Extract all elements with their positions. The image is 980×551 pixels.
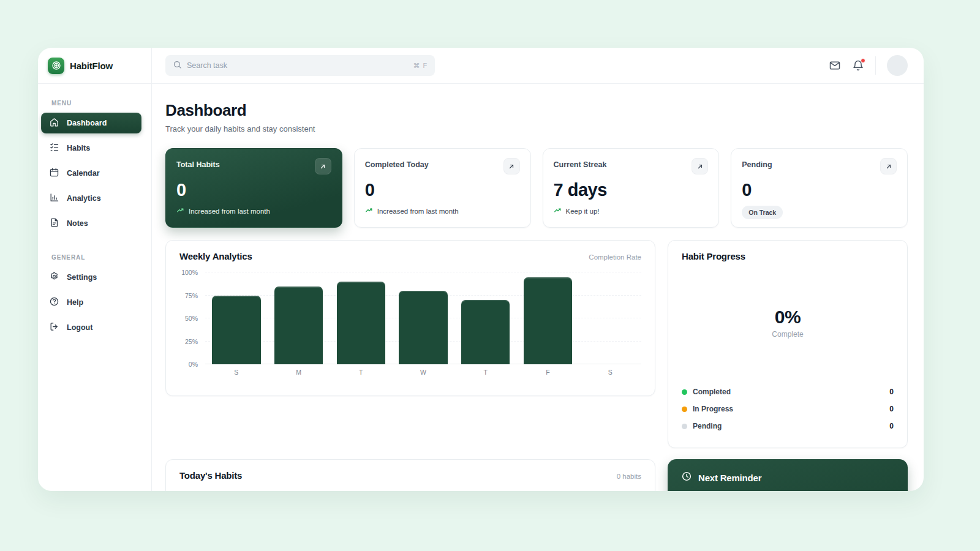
chart-title: Weekly Analytics bbox=[179, 251, 252, 261]
chart-plot bbox=[205, 272, 641, 364]
stat-label: Total Habits bbox=[176, 158, 220, 169]
bar bbox=[274, 287, 323, 365]
legend-row-pending: Pending 0 bbox=[682, 418, 894, 435]
notification-dot bbox=[861, 58, 865, 63]
x-tick-label: M bbox=[268, 369, 330, 376]
bar bbox=[524, 277, 572, 365]
legend-label: Completed bbox=[693, 388, 731, 396]
calendar-icon bbox=[49, 167, 59, 179]
bar bbox=[399, 291, 447, 364]
expand-arrow-icon[interactable] bbox=[315, 158, 331, 174]
legend-label: Pending bbox=[693, 422, 722, 430]
stat-value: 0 bbox=[176, 180, 331, 200]
avatar[interactable] bbox=[887, 55, 908, 76]
bar-M-1 bbox=[268, 272, 330, 364]
search-box[interactable]: ⌘ F bbox=[165, 55, 435, 76]
chart-legend-label: Completion Rate bbox=[589, 253, 641, 261]
stat-card-current-streak: Current Streak 7 days Keep it up! bbox=[543, 148, 720, 228]
habit-progress-card: Habit Progress 0% Complete Completed 0 bbox=[668, 240, 908, 448]
logo: HabitFlow bbox=[38, 48, 151, 84]
app-name: HabitFlow bbox=[70, 61, 113, 71]
app-window: HabitFlow MENU Dashboard Habits bbox=[38, 48, 924, 491]
legend-value: 0 bbox=[889, 422, 894, 430]
x-tick-label: T bbox=[330, 369, 392, 376]
status-badge: On Track bbox=[742, 206, 783, 219]
stat-value: 0 bbox=[742, 180, 897, 200]
todays-habits-count: 0 habits bbox=[617, 473, 641, 480]
bar bbox=[461, 300, 510, 364]
stats-row: Total Habits 0 Increased from last month bbox=[165, 148, 908, 228]
chart-x-axis: SMTWTFS bbox=[205, 369, 641, 376]
search-input[interactable] bbox=[187, 61, 409, 70]
legend-label: In Progress bbox=[693, 405, 733, 413]
notifications-button[interactable] bbox=[852, 59, 864, 72]
sidebar-item-label: Habits bbox=[67, 144, 90, 152]
stat-note-text: Increased from last month bbox=[377, 208, 459, 215]
legend-value: 0 bbox=[889, 388, 894, 396]
x-tick-label: S bbox=[579, 369, 641, 376]
mail-button[interactable] bbox=[829, 59, 841, 72]
stat-card-pending: Pending 0 On Track bbox=[731, 148, 908, 228]
page-title: Dashboard bbox=[165, 101, 908, 120]
clock-icon bbox=[681, 471, 692, 484]
bar-S-0 bbox=[205, 272, 268, 364]
next-reminder-title: Next Reminder bbox=[698, 473, 761, 483]
bar-T-4 bbox=[454, 272, 517, 364]
stat-card-total-habits: Total Habits 0 Increased from last month bbox=[165, 148, 342, 228]
sidebar-item-notes[interactable]: Notes bbox=[41, 213, 141, 234]
expand-arrow-icon[interactable] bbox=[692, 158, 708, 174]
sidebar-item-label: Logout bbox=[67, 323, 92, 332]
home-icon bbox=[49, 117, 59, 129]
stat-card-completed-today: Completed Today 0 Increased from last mo… bbox=[354, 148, 531, 228]
todays-habits-card: Today's Habits 0 habits bbox=[165, 459, 655, 491]
chart-y-axis: 0%25%50%75%100% bbox=[179, 272, 200, 364]
trend-up-icon bbox=[176, 206, 185, 216]
page-subtitle: Track your daily habits and stay consist… bbox=[165, 124, 908, 133]
sidebar-item-habits[interactable]: Habits bbox=[41, 138, 141, 159]
weekly-analytics-card: Weekly Analytics Completion Rate 0%25%50… bbox=[165, 240, 655, 396]
sidebar-item-logout[interactable]: Logout bbox=[41, 317, 141, 338]
x-tick-label: S bbox=[205, 369, 268, 376]
todays-habits-title: Today's Habits bbox=[179, 470, 242, 481]
sidebar-item-help[interactable]: Help bbox=[41, 292, 141, 313]
next-reminder-card: Next Reminder bbox=[668, 459, 908, 491]
bar-chart-icon bbox=[49, 192, 59, 204]
bar bbox=[337, 282, 385, 364]
bar bbox=[212, 296, 260, 365]
expand-arrow-icon[interactable] bbox=[880, 158, 897, 174]
bar-W-3 bbox=[392, 272, 454, 364]
search-icon bbox=[173, 60, 182, 72]
progress-title: Habit Progress bbox=[682, 251, 745, 261]
y-tick-label: 75% bbox=[185, 292, 198, 299]
sidebar-item-dashboard[interactable]: Dashboard bbox=[41, 113, 141, 133]
dashboard-content: Dashboard Track your daily habits and st… bbox=[152, 84, 924, 491]
logout-icon bbox=[49, 321, 59, 334]
stat-label: Pending bbox=[742, 158, 772, 169]
progress-caption: Complete bbox=[772, 330, 803, 339]
sidebar-item-analytics[interactable]: Analytics bbox=[41, 188, 141, 209]
chart-bars bbox=[205, 272, 641, 364]
gear-icon bbox=[49, 271, 59, 283]
trend-up-icon bbox=[365, 206, 374, 216]
notes-icon bbox=[49, 217, 59, 230]
legend-row-in-progress: In Progress 0 bbox=[682, 400, 894, 418]
stat-note-text: Keep it up! bbox=[566, 208, 600, 215]
y-tick-label: 100% bbox=[181, 269, 198, 276]
stat-note-text: Increased from last month bbox=[189, 208, 270, 215]
sidebar-item-calendar[interactable]: Calendar bbox=[41, 163, 141, 184]
general-section-label: GENERAL bbox=[51, 254, 151, 261]
stat-label: Completed Today bbox=[365, 158, 429, 169]
sidebar-item-settings[interactable]: Settings bbox=[41, 267, 141, 288]
bar-T-2 bbox=[330, 272, 392, 364]
x-tick-label: W bbox=[392, 369, 454, 376]
help-circle-icon bbox=[49, 296, 59, 309]
trend-up-icon bbox=[554, 206, 562, 216]
legend-value: 0 bbox=[889, 405, 894, 413]
y-tick-label: 25% bbox=[185, 338, 198, 345]
search-shortcut-hint: ⌘ F bbox=[413, 62, 428, 70]
legend-row-completed: Completed 0 bbox=[682, 383, 894, 400]
sidebar-item-label: Settings bbox=[67, 273, 97, 282]
expand-arrow-icon[interactable] bbox=[503, 158, 520, 174]
x-tick-label: F bbox=[517, 369, 579, 376]
habitflow-logo-icon bbox=[48, 58, 64, 74]
